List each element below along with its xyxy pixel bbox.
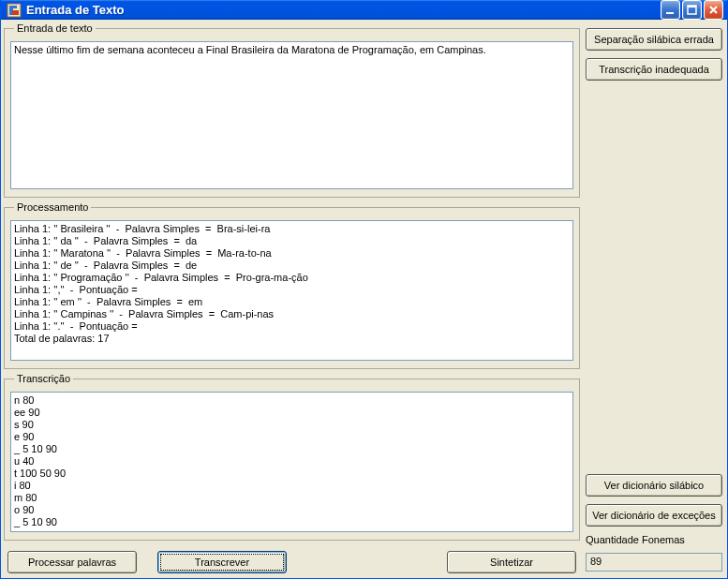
transcricao-textarea[interactable] [10,392,573,532]
transcrever-button[interactable]: Transcrever [157,551,287,573]
processamento-textarea[interactable] [10,220,573,361]
entrada-group: Entrada de texto [4,22,580,198]
processar-button[interactable]: Processar palavras [7,551,137,573]
processamento-legend: Processamento [14,201,91,213]
svg-rect-1 [666,12,674,14]
ver-dicionario-silabico-button[interactable]: Ver dicionário silábico [586,474,722,497]
transcricao-inadequada-button[interactable]: Transcrição inadequada [586,58,722,81]
processamento-group: Processamento [4,201,580,369]
right-column: Separação silábica errada Transcrição in… [584,22,724,577]
close-button[interactable] [704,0,723,20]
minimize-button[interactable] [661,0,680,20]
separacao-errada-button[interactable]: Separação silábica errada [586,28,722,51]
transcricao-group: Transcrição [4,373,580,541]
window-title: Entrada de Texto [26,3,661,17]
bottom-button-row: Processar palavras Transcrever Sintetiza… [4,544,580,577]
client-area: Entrada de texto Processamento Transcriç… [1,20,727,579]
sintetizar-button[interactable]: Sintetizar [447,551,576,573]
maximize-button[interactable] [682,0,702,20]
left-column: Entrada de texto Processamento Transcriç… [4,22,580,577]
entrada-legend: Entrada de texto [14,22,96,34]
titlebar: Entrada de Texto [1,0,727,20]
right-spacer [586,88,722,467]
transcricao-legend: Transcrição [14,373,73,384]
svg-rect-3 [688,6,696,7]
entrada-textarea[interactable] [10,41,573,189]
window-buttons [661,0,723,20]
app-icon [7,3,22,18]
quantidade-field: 89 [586,553,722,572]
app-window: Entrada de Texto Entrada de texto Proces… [0,0,728,579]
ver-dicionario-excecoes-button[interactable]: Ver dicionário de exceções [586,504,722,527]
quantidade-label: Quantidade Fonemas [586,534,722,545]
